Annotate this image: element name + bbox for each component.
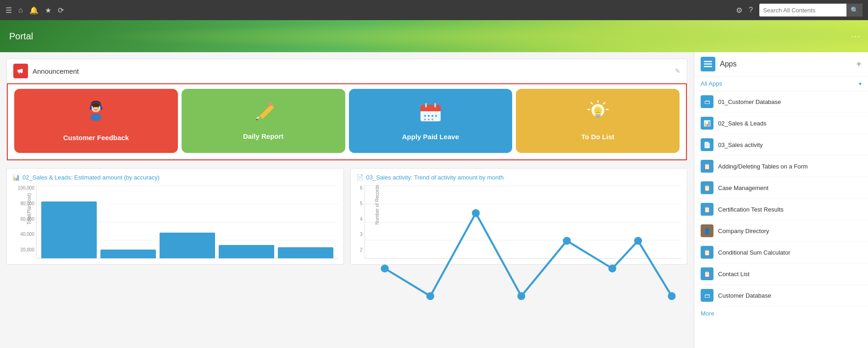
announcement-header: Announcement ✎	[7, 59, 687, 83]
svg-point-18	[424, 115, 426, 117]
app-name: Conditional Sum Calculator	[718, 249, 791, 256]
calendar-icon	[419, 100, 442, 124]
tile-customer-feedback[interactable]: Customer Feedback	[14, 89, 178, 153]
bar-2	[100, 250, 156, 258]
app-name: 01_Customer Database	[718, 98, 781, 105]
svg-point-35	[426, 292, 434, 300]
bars-container	[37, 185, 338, 258]
svg-point-5	[93, 106, 94, 108]
line-chart-card: 📄 03_Sales activity: Trend of activity a…	[350, 168, 688, 265]
hero-options[interactable]: ···	[851, 32, 861, 41]
tile-label-apply-paid-leave: Apply Paid Leave	[402, 132, 459, 141]
bell-icon[interactable]: 🔔	[29, 6, 39, 15]
app-tiles: Customer Feedback	[14, 89, 680, 153]
pencil-icon	[252, 101, 275, 124]
bar-4	[219, 245, 274, 258]
line-chart-title-text: 03_Sales activity: Trend of activity amo…	[366, 174, 504, 181]
topbar: ☰ ⌂ 🔔 ★ ⟳ ⚙ ? 🔍	[0, 0, 868, 20]
app-icon-sales-activity: 📄	[701, 138, 713, 151]
bar-chart-card: 📊 02_Sales & Leads: Estimated amount (by…	[6, 168, 344, 265]
app-name: Customer Database	[718, 292, 771, 299]
svg-point-37	[517, 292, 525, 300]
all-apps-row[interactable]: All Apps ▾	[694, 76, 868, 91]
menu-icon[interactable]: ☰	[6, 6, 12, 15]
line-chart-body	[365, 185, 682, 259]
svg-rect-32	[596, 116, 600, 117]
app-icon-tables: 📋	[701, 160, 713, 173]
star-icon[interactable]: ★	[45, 6, 51, 15]
bar-chart-title-text: 02_Sales & Leads: Estimated amount (by a…	[22, 174, 160, 181]
tile-apply-paid-leave[interactable]: Apply Paid Leave	[349, 89, 513, 153]
refresh-icon[interactable]: ⟳	[58, 6, 64, 15]
search-button[interactable]: 🔍	[846, 4, 862, 16]
bulb-icon	[586, 100, 610, 124]
app-list-item[interactable]: 🗃 Customer Database	[694, 285, 868, 306]
svg-point-39	[608, 265, 616, 272]
list-icon	[704, 60, 712, 68]
app-name: 03_Sales activity	[718, 141, 763, 148]
line-y-axis-label: Number of Records	[374, 185, 379, 225]
search-input[interactable]	[759, 7, 846, 14]
app-list-item[interactable]: 📋 Adding/Deleting Tables on a Form	[694, 156, 868, 177]
bar-chart-body	[36, 185, 338, 259]
app-list-item[interactable]: 👤 Company Directory	[694, 220, 868, 242]
bar-chart-title-icon: 📊	[12, 174, 20, 181]
app-list-item[interactable]: 📋 Conditional Sum Calculator	[694, 242, 868, 263]
app-name: Adding/Deleting Tables on a Form	[718, 163, 808, 170]
app-icon-company-dir: 👤	[701, 224, 713, 237]
search-box: 🔍	[759, 4, 862, 16]
tile-daily-report[interactable]: Daily Report	[182, 89, 345, 153]
app-list-item[interactable]: 📄 03_Sales activity	[694, 134, 868, 156]
app-list: 🗃 01_Customer Database 📊 02_Sales & Lead…	[694, 91, 868, 348]
help-icon[interactable]: ?	[749, 6, 753, 14]
app-list-item[interactable]: 📊 02_Sales & Leads	[694, 113, 868, 134]
svg-point-7	[90, 114, 101, 121]
line-chart-title: 📄 03_Sales activity: Trend of activity a…	[356, 174, 682, 181]
app-name: 02_Sales & Leads	[718, 120, 767, 127]
svg-point-38	[563, 237, 570, 245]
app-list-item[interactable]: 🗃 01_Customer Database	[694, 91, 868, 113]
app-icon-sales-leads: 📊	[701, 117, 713, 130]
app-list-item[interactable]: 📋 Contact List	[694, 263, 868, 285]
svg-marker-11	[255, 119, 258, 120]
app-list-item[interactable]: 📋 Certification Test Results	[694, 199, 868, 220]
line-chart-svg	[365, 185, 682, 324]
add-app-btn[interactable]: +	[856, 59, 862, 70]
app-icon-customer-db: 🗃	[701, 95, 713, 108]
svg-point-6	[98, 106, 99, 108]
tile-label-customer-feedback: Customer Feedback	[63, 133, 129, 142]
bar-3	[160, 233, 215, 258]
svg-rect-15	[420, 109, 441, 111]
svg-rect-44	[704, 66, 712, 67]
svg-rect-8	[260, 104, 275, 120]
apps-header-icon	[701, 57, 715, 71]
bar-1	[41, 201, 97, 258]
svg-rect-43	[704, 64, 712, 65]
svg-line-29	[591, 103, 592, 104]
svg-point-33	[594, 108, 602, 113]
svg-point-24	[431, 119, 433, 120]
svg-rect-4	[100, 107, 102, 110]
announcement-edit-btn[interactable]: ✎	[675, 67, 680, 75]
home-icon[interactable]: ⌂	[18, 6, 23, 14]
bar-5	[278, 247, 333, 258]
svg-rect-17	[434, 103, 436, 108]
svg-point-21	[435, 115, 437, 117]
bar-chart-title: 📊 02_Sales & Leads: Estimated amount (by…	[12, 174, 338, 181]
app-list-item[interactable]: 📋 Case Management	[694, 177, 868, 199]
line-path	[385, 213, 672, 296]
bar-y-labels: 20,000 40,000 60,000 80,000 100,000	[12, 185, 36, 259]
content-area: Announcement ✎	[0, 52, 694, 348]
settings-icon[interactable]: ⚙	[736, 6, 742, 15]
app-icon-case-mgmt: 📋	[701, 181, 713, 194]
svg-point-19	[428, 115, 430, 117]
announcement-title: Announcement	[33, 67, 675, 75]
tile-label-to-do-list: To Do List	[581, 132, 614, 141]
line-chart-title-icon: 📄	[356, 174, 364, 181]
more-link[interactable]: More	[694, 306, 868, 321]
svg-point-23	[428, 119, 430, 120]
tile-to-do-list[interactable]: To Do List	[516, 89, 680, 153]
hero-banner: Portal ···	[0, 20, 868, 52]
customer-feedback-icon	[83, 100, 109, 130]
announcement-icon	[13, 64, 28, 78]
